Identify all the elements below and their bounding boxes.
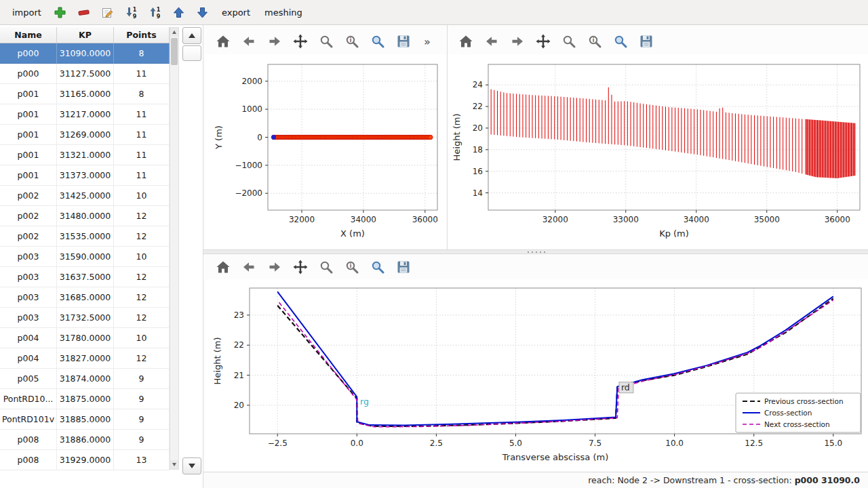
svg-text:−1000: −1000 [235,161,262,170]
cell-name: p001 [0,104,57,125]
plan-view-chart[interactable]: 320003400036000−2000−1000010002000X (m)Y… [205,54,446,249]
zoom-icon[interactable] [559,32,578,51]
home-icon[interactable] [213,258,233,277]
save-icon[interactable] [636,32,656,51]
longitudinal-profile-chart[interactable]: 3200033000340003500036000141618202224Kp … [448,54,868,249]
table-row[interactable]: p00131269.000011 [0,125,170,145]
back-icon[interactable] [481,32,501,51]
table-row[interactable]: p00031090.00008 [0,43,170,64]
cell-kp: 31886.0000 [57,430,114,450]
forward-icon[interactable] [507,32,527,51]
save-icon[interactable] [393,258,413,277]
home-icon[interactable] [456,32,475,51]
table-scrollbar[interactable] [170,27,179,470]
customize-icon[interactable] [368,32,387,51]
cell-kp: 31590.0000 [57,247,114,267]
horizontal-splitter[interactable] [203,249,868,254]
cell-kp: 31874.0000 [57,369,114,389]
cross-sections-panel: NameKPPoints p00031090.00008p00031127.50… [0,25,203,488]
panel-scroll-up-button[interactable] [182,27,201,44]
svg-text:9: 9 [133,14,137,20]
move-up-icon[interactable] [172,5,186,20]
table-row[interactable]: p00131373.000011 [0,165,170,186]
zoom-icon[interactable] [316,32,336,51]
pan-icon[interactable] [290,258,310,277]
back-icon[interactable] [239,32,258,51]
table-row[interactable]: p00831886.00009 [0,430,170,450]
back-icon[interactable] [239,258,258,277]
customize-icon[interactable] [610,32,630,51]
cell-kp: 31425.0000 [57,186,114,206]
svg-text:Transverse abscissa (m): Transverse abscissa (m) [502,452,609,462]
cell-points: 9 [114,409,170,430]
cell-kp: 31875.0000 [57,389,114,409]
remove-icon[interactable] [77,5,92,20]
plan-view-toolbar: i» [213,30,433,52]
table-row[interactable]: p00431780.000010 [0,328,170,348]
panel-scrollbar-thumb[interactable] [182,45,201,61]
sort-ascending-icon[interactable]: 19 [124,5,139,20]
svg-text:18: 18 [473,145,483,155]
cross-section-chart[interactable]: −2.50.02.55.07.510.012.515.020212223Tran… [205,279,868,471]
export-button[interactable]: export [219,5,253,20]
table-row[interactable]: p00331685.000012 [0,287,170,308]
import-button[interactable]: import [9,5,44,20]
table-row[interactable]: p00331732.500012 [0,308,170,328]
table-row[interactable]: p00131321.000011 [0,145,170,165]
move-down-icon[interactable] [195,5,210,20]
svg-text:32000: 32000 [289,215,315,224]
cell-points: 12 [114,267,170,287]
table-row[interactable]: p00231535.000012 [0,226,170,247]
cell-kp: 31269.0000 [57,125,114,145]
table-row[interactable]: p00331590.000010 [0,247,170,267]
cell-kp: 31535.0000 [57,226,114,247]
meshing-button[interactable]: meshing [262,5,305,20]
home-icon[interactable] [213,32,233,51]
table-row[interactable]: p00431827.000012 [0,348,170,369]
table-row[interactable]: p00031127.500011 [0,64,170,84]
table-row[interactable]: p00831929.000013 [0,450,170,470]
panel-scrollbar[interactable] [182,27,202,474]
scroll-down-button[interactable] [170,460,178,469]
svg-text:22: 22 [234,340,244,350]
customize-icon[interactable] [368,258,387,277]
column-header-kp[interactable]: KP [57,27,114,43]
svg-text:1: 1 [157,7,161,13]
table-row[interactable]: p00231425.000010 [0,186,170,206]
svg-text:14: 14 [473,188,483,198]
pan-icon[interactable] [533,32,553,51]
subplots-icon[interactable]: i [342,258,361,277]
pan-icon[interactable] [290,32,310,51]
forward-icon[interactable] [264,258,284,277]
table-row[interactable]: p00531874.00009 [0,369,170,389]
sort-descending-icon[interactable]: 19 [148,5,163,20]
column-header-points[interactable]: Points [114,27,170,43]
table-row[interactable]: p00131217.000011 [0,104,170,125]
forward-icon[interactable] [264,32,284,51]
column-header-name[interactable]: Name [0,27,57,43]
table-row[interactable]: PontRD10...31875.00009 [0,389,170,409]
subplots-icon[interactable]: i [342,32,361,51]
add-icon[interactable] [53,5,68,20]
svg-text:20: 20 [473,123,483,133]
svg-text:9: 9 [157,14,161,20]
svg-text:X (m): X (m) [340,228,365,239]
svg-text:5.0: 5.0 [509,439,522,448]
cell-kp: 31637.5000 [57,267,114,287]
edit-icon[interactable] [100,5,115,20]
scroll-up-button[interactable] [170,28,178,37]
subplots-icon[interactable]: i [585,32,604,51]
zoom-icon[interactable] [316,258,336,277]
table-row[interactable]: p00231480.000012 [0,206,170,226]
svg-text:20: 20 [234,401,244,410]
table-row[interactable]: p00131165.00008 [0,84,170,104]
profile-toolbar: i [456,30,656,52]
table-row[interactable]: p00331637.500012 [0,267,170,287]
toolbar-overflow-chevron[interactable]: » [422,35,433,48]
scrollbar-thumb[interactable] [171,38,178,65]
cell-points: 12 [114,287,170,308]
triangle-down-icon [189,464,195,468]
save-icon[interactable] [393,32,413,51]
panel-scroll-down-button[interactable] [182,458,201,474]
table-row[interactable]: PontRD101v31885.00009 [0,409,170,430]
